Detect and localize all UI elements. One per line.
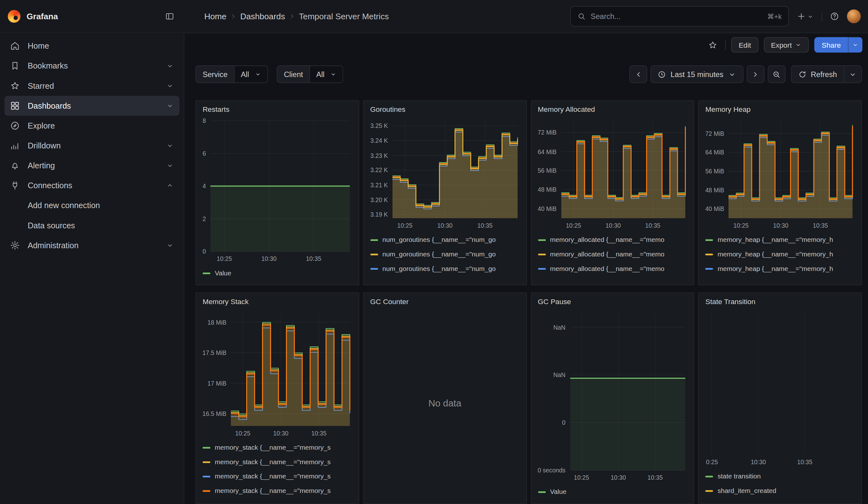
sidebar-item-add-new-connection[interactable]: Add new connection	[4, 195, 179, 215]
refresh-split-button: Refresh	[791, 65, 862, 83]
timeseries-plot[interactable]	[210, 121, 350, 251]
add-button[interactable]	[794, 10, 816, 23]
timeseries-plot[interactable]	[561, 121, 685, 218]
legend-item[interactable]: memory_stack {__name__="memory_s	[203, 469, 352, 483]
timeseries-plot[interactable]	[231, 313, 350, 426]
legend-item[interactable]: num_goroutines {__name__="num_go	[370, 233, 519, 247]
panel-title: Goroutines	[369, 104, 520, 116]
grafana-logo-icon[interactable]	[8, 10, 21, 23]
legend-item[interactable]: memory_stack {__name__="memory_s	[203, 440, 352, 455]
legend-item[interactable]: Value	[203, 266, 352, 280]
sidebar-item-connections[interactable]: Connections	[4, 176, 179, 195]
search-bar[interactable]: ⌘+k	[570, 6, 789, 27]
refresh-label: Refresh	[811, 70, 837, 78]
sidebar-item-administration[interactable]: Administration	[4, 235, 179, 255]
panel-header[interactable]: Memory Stack	[202, 296, 353, 309]
legend-item[interactable]: memory_stack {__name__="memory_s	[203, 483, 352, 498]
chevron-down-icon[interactable]	[166, 62, 174, 70]
legend-swatch	[705, 490, 713, 491]
panel-header[interactable]: GC Counter	[369, 296, 520, 309]
legend-item[interactable]: state transition	[705, 469, 855, 483]
share-menu-button[interactable]	[848, 37, 862, 53]
legend-label: memory_heap {__name__="memory_h	[717, 279, 833, 280]
sidebar-item-alerting[interactable]: Alerting	[4, 156, 179, 176]
legend-item[interactable]: memory_allocated {__name__="memo	[538, 261, 687, 276]
time-range-picker[interactable]: Last 15 minutes	[651, 65, 743, 83]
legend-item[interactable]: memory_allocated {__name__="memo	[538, 247, 687, 261]
sidebar-item-dashboards[interactable]: Dashboards	[4, 96, 179, 116]
panel-header[interactable]: GC Pause	[537, 296, 688, 309]
breadcrumb-home[interactable]: Home	[204, 12, 226, 21]
y-axis-label: 72 MiB	[704, 129, 724, 138]
timeseries-plot[interactable]	[570, 313, 685, 470]
legend-item[interactable]: num_goroutines {__name__="num_go	[370, 247, 519, 261]
breadcrumb: Home Dashboards Temporal Server Metrics	[204, 12, 389, 21]
timeseries-plot[interactable]	[392, 121, 517, 218]
breadcrumb-dashboards[interactable]: Dashboards	[240, 12, 285, 21]
panel-legend: Value	[202, 264, 353, 280]
legend-label: memory_allocated {__name__="memo	[550, 265, 664, 272]
sidebar-item-data-sources[interactable]: Data sources	[4, 215, 179, 235]
y-axis-label: 0	[537, 418, 565, 427]
legend-item[interactable]: shard_item_created	[705, 483, 855, 498]
legend-item[interactable]: Value	[538, 485, 687, 499]
drill-icon	[10, 141, 20, 151]
legend-item[interactable]: memory_heap {__name__="memory_h	[705, 247, 855, 261]
user-avatar[interactable]	[847, 10, 861, 23]
timeseries-plot[interactable]	[707, 313, 853, 455]
legend-item[interactable]: num_goroutines {__name__="num_go	[370, 261, 519, 276]
chevron-down-icon[interactable]	[166, 241, 174, 249]
sidebar-item-starred[interactable]: Starred	[4, 76, 179, 96]
client-value-dropdown[interactable]: All	[310, 65, 343, 83]
chevron-down-icon[interactable]	[166, 82, 174, 90]
favorite-button[interactable]	[706, 38, 720, 52]
panel-header[interactable]: Goroutines	[369, 104, 520, 116]
zoom-out-button[interactable]	[768, 65, 785, 83]
edit-button[interactable]: Edit	[731, 37, 758, 53]
service-value-dropdown[interactable]: All	[235, 65, 268, 83]
legend-label: memory_allocated {__name__="memo	[550, 250, 664, 258]
x-axis-label: 10:25	[397, 222, 413, 229]
chevron-down-icon[interactable]	[166, 102, 174, 110]
panel-legend: memory_allocated {__name__="memomemory_a…	[537, 230, 688, 280]
y-axis-label: NaN	[537, 323, 565, 331]
share-button[interactable]: Share	[814, 37, 848, 53]
sidebar-item-explore[interactable]: Explore	[4, 116, 179, 136]
sidebar-item-drilldown[interactable]: Drilldown	[4, 136, 179, 156]
dock-menu-button[interactable]	[163, 10, 177, 23]
sidebar-item-label: Starred	[28, 81, 54, 90]
time-back-button[interactable]	[630, 65, 647, 83]
legend-item[interactable]: memory_heap {__name__="memory_h	[705, 276, 855, 280]
y-axis-label: 3.22 K	[369, 166, 388, 175]
legend-item[interactable]: num_goroutines {__name__="num_go	[370, 276, 519, 280]
panel-header[interactable]: Restarts	[202, 104, 353, 116]
grid-icon	[10, 101, 20, 111]
star-icon	[708, 40, 718, 50]
no-data-message: No data	[369, 309, 520, 499]
sidebar-item-home[interactable]: Home	[4, 36, 179, 56]
refresh-button[interactable]: Refresh	[791, 65, 844, 83]
panel-header[interactable]: Memory Allocated	[537, 104, 688, 116]
legend-label: num_goroutines {__name__="num_go	[382, 265, 496, 272]
refresh-interval-button[interactable]	[844, 65, 862, 83]
search-input[interactable]	[591, 12, 762, 21]
legend-item[interactable]: memory_stack {__name__="memory_s	[203, 455, 352, 469]
chevron-up-icon[interactable]	[166, 182, 174, 189]
y-axis-label: 64 MiB	[537, 147, 557, 156]
brand-area: Grafana	[0, 0, 184, 32]
y-axis-label: 48 MiB	[704, 186, 724, 195]
export-button[interactable]: Export	[764, 37, 809, 53]
panel-header[interactable]: Memory Heap	[704, 104, 856, 116]
legend-item[interactable]: memory_allocated {__name__="memo	[538, 276, 687, 280]
legend-item[interactable]: memory_heap {__name__="memory_h	[705, 233, 855, 247]
sidebar-item-bookmarks[interactable]: Bookmarks	[4, 56, 179, 76]
chevron-down-icon[interactable]	[166, 162, 174, 169]
legend-item[interactable]: memory_allocated {__name__="memo	[538, 233, 687, 247]
legend-item[interactable]: memory_heap {__name__="memory_h	[705, 261, 855, 276]
chevron-down-icon[interactable]	[166, 142, 174, 150]
time-forward-button[interactable]	[746, 65, 764, 83]
timeseries-plot[interactable]	[728, 121, 852, 218]
help-button[interactable]	[828, 10, 841, 23]
panel-header[interactable]: State Transition	[704, 296, 856, 309]
y-axis-label: 40 MiB	[537, 204, 557, 213]
